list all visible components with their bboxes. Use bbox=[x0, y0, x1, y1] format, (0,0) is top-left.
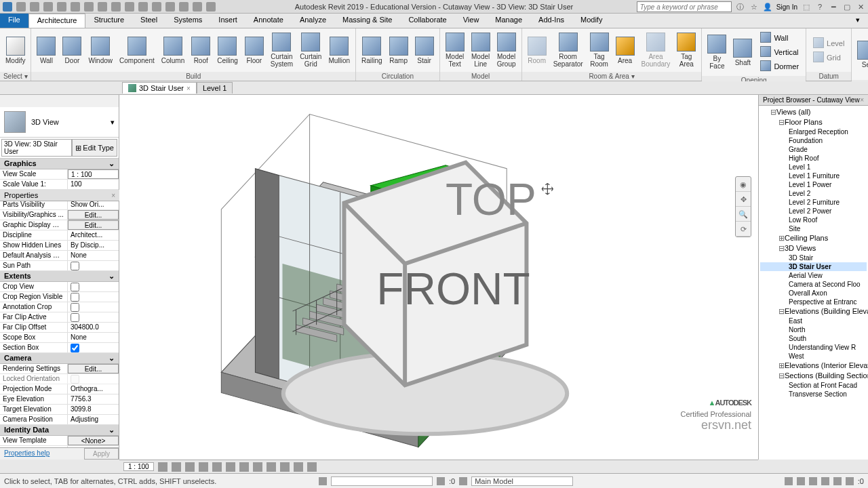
checkbox[interactable] bbox=[68, 302, 119, 312]
expand-icon[interactable]: ⊞ bbox=[778, 234, 785, 243]
print-icon[interactable] bbox=[84, 2, 94, 12]
scale-selector[interactable]: 1 : 100 bbox=[123, 462, 154, 471]
tree-view-item[interactable]: Understanding View R bbox=[760, 343, 867, 352]
analytical-icon[interactable] bbox=[294, 462, 303, 472]
tab-analyze[interactable]: Analyze bbox=[292, 14, 334, 28]
select-face-icon[interactable] bbox=[821, 477, 829, 485]
section-graphics[interactable]: Graphics⌄ bbox=[0, 159, 119, 169]
window-button[interactable]: Window bbox=[85, 35, 115, 66]
prop-val[interactable]: Orthogra... bbox=[68, 384, 119, 394]
curtain-system-button[interactable]: Curtain System bbox=[268, 31, 296, 69]
area-button[interactable]: Area bbox=[613, 35, 637, 66]
rendering-icon[interactable] bbox=[212, 462, 222, 472]
room-button[interactable]: Room bbox=[525, 35, 549, 66]
section-extents[interactable]: Extents⌄ bbox=[0, 271, 119, 282]
maximize-button[interactable]: ▢ bbox=[842, 2, 852, 12]
prop-val[interactable]: By Discip... bbox=[68, 241, 119, 250]
tree-view-item[interactable]: High Roof bbox=[760, 154, 867, 163]
text-icon[interactable] bbox=[138, 2, 148, 12]
properties-type-selector[interactable]: 3D View▾ bbox=[0, 107, 119, 138]
properties-help-link[interactable]: Properties help bbox=[0, 448, 84, 460]
tree-view-item[interactable]: Overall Axon bbox=[760, 289, 867, 298]
expand-icon[interactable]: ⌄ bbox=[108, 159, 115, 168]
checkbox[interactable] bbox=[68, 292, 119, 302]
tree-view-item[interactable]: Transverse Section bbox=[760, 390, 867, 399]
expand-icon[interactable]: ⌄ bbox=[108, 354, 115, 363]
tree-view-item[interactable]: Low Roof bbox=[760, 216, 867, 224]
detail-level-icon[interactable] bbox=[158, 462, 167, 472]
signin-link[interactable]: Sign In bbox=[776, 3, 797, 11]
shaft-button[interactable]: Shaft bbox=[730, 37, 755, 68]
tag-icon[interactable] bbox=[125, 2, 134, 12]
checkbox[interactable] bbox=[68, 261, 119, 270]
tree-view-item[interactable]: Level 1 Furniture bbox=[760, 171, 867, 180]
set-button[interactable]: Set bbox=[854, 39, 868, 70]
doc-tab-level1[interactable]: Level 1 bbox=[197, 82, 233, 94]
tree-view-item[interactable]: Camera at Second Floo bbox=[760, 280, 867, 289]
undo-icon[interactable] bbox=[57, 2, 66, 12]
pan-icon[interactable]: ✥ bbox=[736, 192, 751, 207]
visual-style-icon[interactable] bbox=[172, 462, 181, 472]
tree-ceiling-plans[interactable]: ⊞Ceiling Plans bbox=[760, 233, 867, 243]
prop-val[interactable]: None bbox=[68, 333, 119, 342]
section-identity[interactable]: Identity Data⌄ bbox=[0, 425, 119, 436]
tree-view-item[interactable]: Grade bbox=[760, 145, 867, 154]
edit-button[interactable]: Edit... bbox=[68, 364, 119, 373]
expand-icon[interactable]: ⌄ bbox=[108, 426, 115, 434]
tab-architecture[interactable]: Architecture bbox=[28, 14, 86, 28]
instance-selector[interactable]: 3D View: 3D Stair User bbox=[1, 139, 72, 157]
thin-lines-icon[interactable] bbox=[179, 2, 189, 12]
temp-hide-icon[interactable] bbox=[267, 462, 276, 472]
ramp-button[interactable]: Ramp bbox=[387, 35, 411, 66]
redo-icon[interactable] bbox=[71, 2, 80, 12]
view3d-icon[interactable] bbox=[152, 2, 161, 12]
grid-button[interactable]: Grid bbox=[810, 51, 847, 64]
prop-val[interactable]: 3099.8 bbox=[68, 405, 119, 414]
tree-elevations-ext[interactable]: ⊟Elevations (Building Elevat bbox=[760, 306, 867, 317]
user-icon[interactable]: 👤 bbox=[763, 2, 772, 12]
railing-button[interactable]: Railing bbox=[359, 35, 385, 66]
ceiling-button[interactable]: Ceiling bbox=[214, 35, 241, 66]
level-button[interactable]: Level bbox=[810, 37, 847, 50]
collapse-icon[interactable]: ⊟ bbox=[770, 108, 776, 117]
section-camera[interactable]: Camera⌄ bbox=[0, 353, 119, 364]
star-icon[interactable]: ☆ bbox=[749, 2, 759, 12]
by-face-button[interactable]: By Face bbox=[705, 33, 729, 71]
prop-val[interactable]: 304800.0 bbox=[68, 323, 119, 332]
tab-addins[interactable]: Add-Ins bbox=[530, 14, 572, 28]
prop-val[interactable]: 7756.3 bbox=[68, 394, 119, 404]
viewport-3d[interactable]: FRONT TOP ◉ ✥ 🔍 ⟳ ▲AUTODESK Certified Pr… bbox=[119, 95, 758, 460]
prop-val[interactable]: 1 : 100 bbox=[68, 169, 119, 179]
tab-file[interactable]: File bbox=[0, 14, 28, 28]
minimize-button[interactable]: ━ bbox=[829, 2, 838, 12]
checkbox[interactable] bbox=[68, 282, 119, 291]
select-pinned-icon[interactable] bbox=[809, 477, 817, 485]
expand-icon[interactable]: ⌄ bbox=[108, 272, 115, 281]
tree-view-item[interactable]: North bbox=[760, 325, 867, 334]
template-button[interactable]: <None> bbox=[68, 436, 119, 445]
wall-button[interactable]: Wall bbox=[34, 35, 58, 66]
collapse-icon[interactable]: ⊟ bbox=[778, 118, 785, 127]
prop-val[interactable]: 100 bbox=[68, 180, 119, 189]
crop-icon[interactable] bbox=[226, 462, 235, 472]
room-separator-button[interactable]: Room Separator bbox=[551, 31, 586, 69]
tree-view-item[interactable]: West bbox=[760, 352, 867, 361]
reveal-hidden-icon[interactable] bbox=[280, 462, 290, 472]
tab-steel[interactable]: Steel bbox=[132, 14, 165, 28]
roof-button[interactable]: Roof bbox=[189, 35, 213, 66]
tab-massing[interactable]: Massing & Site bbox=[334, 14, 400, 28]
sun-path-icon[interactable] bbox=[185, 462, 195, 472]
tab-collaborate[interactable]: Collaborate bbox=[400, 14, 454, 28]
tree-views-all[interactable]: ⊟Views (all) bbox=[760, 107, 867, 117]
sync-icon[interactable] bbox=[43, 2, 53, 12]
viewcube[interactable]: FRONT TOP bbox=[119, 102, 745, 460]
dropdown-icon[interactable]: ▾ bbox=[111, 118, 115, 127]
ribbon-minimize-icon[interactable]: ▾ bbox=[848, 14, 868, 28]
tree-view-item[interactable]: Aerial View bbox=[760, 271, 867, 280]
close-inactive-icon[interactable] bbox=[193, 2, 202, 12]
shadows-icon[interactable] bbox=[199, 462, 208, 472]
dimension-icon[interactable] bbox=[111, 2, 121, 12]
orbit-icon[interactable]: ⟳ bbox=[736, 222, 751, 237]
worksets-selector[interactable] bbox=[331, 476, 433, 486]
tag-room-button[interactable]: Tag Room bbox=[587, 31, 612, 69]
